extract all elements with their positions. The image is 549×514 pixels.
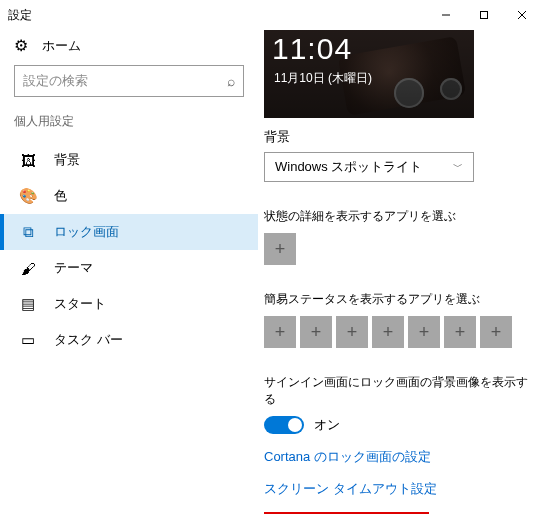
home-label: ホーム — [42, 37, 81, 55]
taskbar-icon: ▭ — [20, 331, 36, 349]
close-button[interactable] — [503, 1, 541, 29]
add-detail-app-button[interactable]: + — [264, 233, 296, 265]
add-quick-app-button[interactable]: + — [372, 316, 404, 348]
quick-apps-label: 簡易ステータスを表示するアプリを選ぶ — [264, 291, 531, 308]
cortana-lock-settings-link[interactable]: Cortana のロック画面の設定 — [264, 448, 531, 466]
nav-label: タスク バー — [54, 331, 123, 349]
background-label: 背景 — [264, 128, 531, 146]
lockscreen-icon: ⧉ — [20, 223, 36, 241]
nav-item-lockscreen[interactable]: ⧉ ロック画面 — [0, 214, 258, 250]
svg-rect-1 — [481, 12, 488, 19]
detail-apps-label: 状態の詳細を表示するアプリを選ぶ — [264, 208, 531, 225]
search-icon: ⌕ — [227, 73, 235, 89]
window-controls — [427, 1, 541, 29]
window-title: 設定 — [8, 7, 427, 24]
start-icon: ▤ — [20, 295, 36, 313]
add-quick-app-button[interactable]: + — [408, 316, 440, 348]
image-icon: 🖼 — [20, 152, 36, 169]
nav-item-themes[interactable]: 🖌 テーマ — [0, 250, 258, 286]
nav-label: ロック画面 — [54, 223, 119, 241]
signin-bg-toggle[interactable] — [264, 416, 304, 434]
section-title: 個人用設定 — [14, 113, 244, 130]
nav-label: テーマ — [54, 259, 93, 277]
theme-icon: 🖌 — [20, 260, 36, 277]
nav-item-start[interactable]: ▤ スタート — [0, 286, 258, 322]
palette-icon: 🎨 — [20, 187, 36, 205]
maximize-button[interactable] — [465, 1, 503, 29]
nav-label: 背景 — [54, 151, 80, 169]
title-bar: 設定 — [0, 0, 549, 30]
nav-item-color[interactable]: 🎨 色 — [0, 178, 258, 214]
add-quick-app-button[interactable]: + — [336, 316, 368, 348]
preview-time: 11:04 — [272, 32, 352, 66]
sidebar: ⚙ ホーム 設定の検索 ⌕ 個人用設定 🖼 背景 🎨 色 ⧉ ロック画面 🖌 テ… — [0, 30, 258, 514]
content-area: 11:04 11月10日 (木曜日) 背景 Windows スポットライト ﹀ … — [258, 30, 549, 514]
minimize-button[interactable] — [427, 1, 465, 29]
chevron-down-icon: ﹀ — [453, 160, 463, 174]
add-quick-app-button[interactable]: + — [300, 316, 332, 348]
toggle-state: オン — [314, 416, 340, 434]
add-quick-app-button[interactable]: + — [444, 316, 476, 348]
nav-label: 色 — [54, 187, 67, 205]
gear-icon: ⚙ — [14, 36, 28, 55]
nav-label: スタート — [54, 295, 106, 313]
add-quick-app-button[interactable]: + — [480, 316, 512, 348]
search-input[interactable]: 設定の検索 ⌕ — [14, 65, 244, 97]
dropdown-value: Windows スポットライト — [275, 158, 422, 176]
screen-timeout-link[interactable]: スクリーン タイムアウト設定 — [264, 480, 531, 498]
signin-bg-label: サインイン画面にロック画面の背景画像を表示する — [264, 374, 531, 408]
search-placeholder: 設定の検索 — [23, 72, 88, 90]
add-quick-app-button[interactable]: + — [264, 316, 296, 348]
lockscreen-preview: 11:04 11月10日 (木曜日) — [264, 30, 474, 118]
nav-item-taskbar[interactable]: ▭ タスク バー — [0, 322, 258, 358]
home-button[interactable]: ⚙ ホーム — [14, 36, 244, 55]
nav-item-background[interactable]: 🖼 背景 — [0, 142, 258, 178]
background-dropdown[interactable]: Windows スポットライト ﹀ — [264, 152, 474, 182]
preview-date: 11月10日 (木曜日) — [274, 70, 372, 87]
